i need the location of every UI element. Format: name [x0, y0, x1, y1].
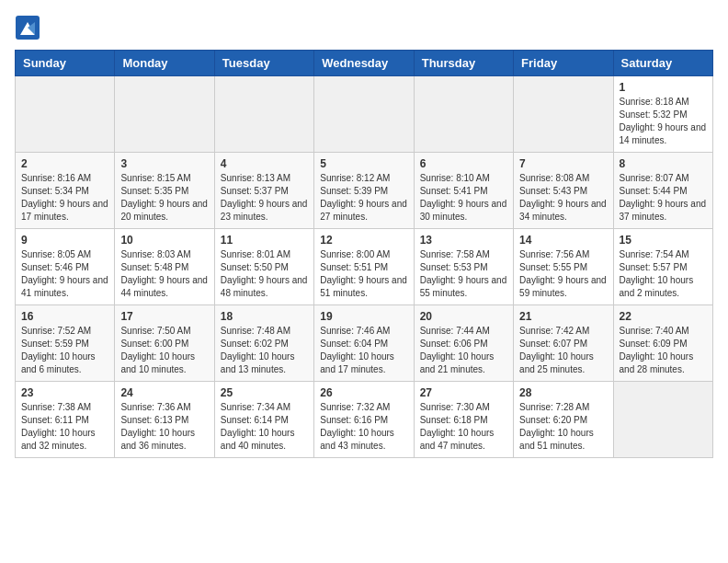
day-info: Sunrise: 7:34 AM Sunset: 6:14 PM Dayligh… [221, 401, 308, 453]
logo-icon [15, 15, 40, 40]
day-header-tuesday: Tuesday [214, 51, 313, 76]
day-number: 23 [21, 386, 108, 399]
calendar-cell: 24Sunrise: 7:36 AM Sunset: 6:13 PM Dayli… [115, 382, 214, 458]
day-number: 16 [21, 310, 108, 323]
day-info: Sunrise: 7:36 AM Sunset: 6:13 PM Dayligh… [120, 401, 208, 453]
day-info: Sunrise: 8:03 AM Sunset: 5:48 PM Dayligh… [120, 248, 208, 300]
day-header-friday: Friday [514, 51, 613, 76]
calendar-cell: 5Sunrise: 8:12 AM Sunset: 5:39 PM Daylig… [314, 153, 414, 229]
day-info: Sunrise: 8:12 AM Sunset: 5:39 PM Dayligh… [320, 172, 407, 224]
day-number: 17 [120, 310, 208, 323]
day-number: 12 [320, 234, 407, 247]
day-number: 15 [620, 234, 707, 247]
day-number: 28 [519, 386, 607, 399]
calendar-cell: 8Sunrise: 8:07 AM Sunset: 5:44 PM Daylig… [613, 153, 712, 229]
calendar-cell: 14Sunrise: 7:56 AM Sunset: 5:55 PM Dayli… [514, 229, 613, 305]
day-info: Sunrise: 7:28 AM Sunset: 6:20 PM Dayligh… [519, 401, 607, 453]
calendar-week-2: 2Sunrise: 8:16 AM Sunset: 5:34 PM Daylig… [16, 153, 713, 229]
calendar-cell: 2Sunrise: 8:16 AM Sunset: 5:34 PM Daylig… [16, 153, 115, 229]
day-info: Sunrise: 7:48 AM Sunset: 6:02 PM Dayligh… [221, 325, 308, 376]
day-info: Sunrise: 7:32 AM Sunset: 6:16 PM Dayligh… [320, 401, 407, 453]
day-info: Sunrise: 7:54 AM Sunset: 5:57 PM Dayligh… [620, 248, 707, 300]
calendar-table: SundayMondayTuesdayWednesdayThursdayFrid… [15, 50, 713, 458]
day-info: Sunrise: 8:10 AM Sunset: 5:41 PM Dayligh… [420, 172, 507, 224]
calendar-cell: 18Sunrise: 7:48 AM Sunset: 6:02 PM Dayli… [214, 305, 313, 382]
day-info: Sunrise: 8:08 AM Sunset: 5:43 PM Dayligh… [519, 172, 607, 224]
day-info: Sunrise: 7:46 AM Sunset: 6:04 PM Dayligh… [320, 325, 407, 376]
calendar-cell: 7Sunrise: 8:08 AM Sunset: 5:43 PM Daylig… [514, 153, 613, 229]
day-number: 13 [420, 234, 507, 247]
day-number: 27 [420, 386, 507, 399]
calendar-cell: 16Sunrise: 7:52 AM Sunset: 5:59 PM Dayli… [16, 305, 115, 382]
day-number: 9 [21, 234, 108, 247]
logo [15, 15, 44, 40]
calendar-cell [115, 76, 214, 153]
calendar-cell: 20Sunrise: 7:44 AM Sunset: 6:06 PM Dayli… [414, 305, 513, 382]
day-info: Sunrise: 8:16 AM Sunset: 5:34 PM Dayligh… [21, 172, 108, 224]
day-number: 8 [620, 157, 707, 170]
day-number: 11 [221, 234, 308, 247]
calendar-week-3: 9Sunrise: 8:05 AM Sunset: 5:46 PM Daylig… [16, 229, 713, 305]
day-number: 5 [320, 157, 407, 170]
day-number: 26 [320, 386, 407, 399]
calendar-cell: 1Sunrise: 8:18 AM Sunset: 5:32 PM Daylig… [613, 76, 712, 153]
calendar-header-row: SundayMondayTuesdayWednesdayThursdayFrid… [16, 51, 713, 76]
day-number: 24 [120, 386, 208, 399]
calendar-cell [16, 76, 115, 153]
day-number: 14 [519, 234, 607, 247]
day-number: 7 [519, 157, 607, 170]
calendar-cell: 19Sunrise: 7:46 AM Sunset: 6:04 PM Dayli… [314, 305, 414, 382]
day-number: 1 [620, 81, 707, 94]
calendar-cell: 11Sunrise: 8:01 AM Sunset: 5:50 PM Dayli… [214, 229, 313, 305]
day-info: Sunrise: 7:50 AM Sunset: 6:00 PM Dayligh… [120, 325, 208, 376]
calendar-cell: 6Sunrise: 8:10 AM Sunset: 5:41 PM Daylig… [414, 153, 513, 229]
day-header-monday: Monday [115, 51, 214, 76]
day-info: Sunrise: 7:30 AM Sunset: 6:18 PM Dayligh… [420, 401, 507, 453]
day-header-saturday: Saturday [613, 51, 712, 76]
calendar-cell: 17Sunrise: 7:50 AM Sunset: 6:00 PM Dayli… [115, 305, 214, 382]
day-number: 3 [120, 157, 208, 170]
calendar-cell: 23Sunrise: 7:38 AM Sunset: 6:11 PM Dayli… [16, 382, 115, 458]
calendar-cell: 25Sunrise: 7:34 AM Sunset: 6:14 PM Dayli… [214, 382, 313, 458]
day-number: 18 [221, 310, 308, 323]
day-info: Sunrise: 7:44 AM Sunset: 6:06 PM Dayligh… [420, 325, 507, 376]
calendar-cell: 28Sunrise: 7:28 AM Sunset: 6:20 PM Dayli… [514, 382, 613, 458]
calendar-cell: 22Sunrise: 7:40 AM Sunset: 6:09 PM Dayli… [613, 305, 712, 382]
calendar-cell: 3Sunrise: 8:15 AM Sunset: 5:35 PM Daylig… [115, 153, 214, 229]
day-info: Sunrise: 8:01 AM Sunset: 5:50 PM Dayligh… [221, 248, 308, 300]
day-number: 6 [420, 157, 507, 170]
day-number: 25 [221, 386, 308, 399]
calendar-week-1: 1Sunrise: 8:18 AM Sunset: 5:32 PM Daylig… [16, 76, 713, 153]
day-number: 20 [420, 310, 507, 323]
day-info: Sunrise: 7:40 AM Sunset: 6:09 PM Dayligh… [620, 325, 707, 376]
calendar-week-5: 23Sunrise: 7:38 AM Sunset: 6:11 PM Dayli… [16, 382, 713, 458]
calendar-cell: 26Sunrise: 7:32 AM Sunset: 6:16 PM Dayli… [314, 382, 414, 458]
day-info: Sunrise: 7:52 AM Sunset: 5:59 PM Dayligh… [21, 325, 108, 376]
calendar-cell: 9Sunrise: 8:05 AM Sunset: 5:46 PM Daylig… [16, 229, 115, 305]
calendar-cell: 12Sunrise: 8:00 AM Sunset: 5:51 PM Dayli… [314, 229, 414, 305]
page-header [15, 15, 713, 40]
day-number: 19 [320, 310, 407, 323]
day-header-sunday: Sunday [16, 51, 115, 76]
calendar-cell: 27Sunrise: 7:30 AM Sunset: 6:18 PM Dayli… [414, 382, 513, 458]
calendar-cell: 10Sunrise: 8:03 AM Sunset: 5:48 PM Dayli… [115, 229, 214, 305]
calendar-cell [214, 76, 313, 153]
day-info: Sunrise: 8:18 AM Sunset: 5:32 PM Dayligh… [620, 96, 707, 147]
day-number: 21 [519, 310, 607, 323]
calendar-cell [414, 76, 513, 153]
calendar-cell: 13Sunrise: 7:58 AM Sunset: 5:53 PM Dayli… [414, 229, 513, 305]
calendar-cell [514, 76, 613, 153]
day-info: Sunrise: 8:07 AM Sunset: 5:44 PM Dayligh… [620, 172, 707, 224]
day-info: Sunrise: 8:13 AM Sunset: 5:37 PM Dayligh… [221, 172, 308, 224]
calendar-week-4: 16Sunrise: 7:52 AM Sunset: 5:59 PM Dayli… [16, 305, 713, 382]
day-info: Sunrise: 8:15 AM Sunset: 5:35 PM Dayligh… [120, 172, 208, 224]
day-info: Sunrise: 7:42 AM Sunset: 6:07 PM Dayligh… [519, 325, 607, 376]
day-number: 4 [221, 157, 308, 170]
day-info: Sunrise: 7:56 AM Sunset: 5:55 PM Dayligh… [519, 248, 607, 300]
day-number: 10 [120, 234, 208, 247]
calendar-cell [314, 76, 414, 153]
day-header-thursday: Thursday [414, 51, 513, 76]
calendar-cell: 21Sunrise: 7:42 AM Sunset: 6:07 PM Dayli… [514, 305, 613, 382]
calendar-cell [613, 382, 712, 458]
calendar-cell: 15Sunrise: 7:54 AM Sunset: 5:57 PM Dayli… [613, 229, 712, 305]
